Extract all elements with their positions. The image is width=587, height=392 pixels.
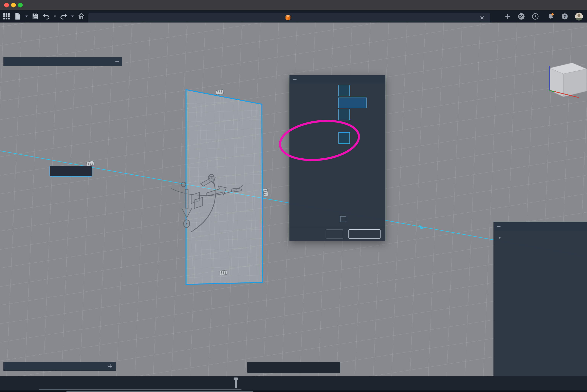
caret-dk-icon[interactable] xyxy=(25,15,28,18)
caret-dk-icon[interactable] xyxy=(54,15,56,18)
close-document-tab-icon[interactable] xyxy=(479,15,485,20)
move-type-point-to-point-button[interactable] xyxy=(377,109,386,120)
selection-button[interactable] xyxy=(338,98,366,108)
document-tab[interactable] xyxy=(88,12,490,22)
pivot-set-button[interactable] xyxy=(338,132,350,144)
palette-options-section[interactable] xyxy=(494,233,508,242)
maximize-window-button[interactable] xyxy=(18,3,23,8)
extensions-icon[interactable] xyxy=(518,12,525,20)
help-icon[interactable]: ? xyxy=(561,13,568,20)
view-cube[interactable] xyxy=(538,56,587,114)
app-grid-icon[interactable] xyxy=(3,12,10,20)
navigation-bar xyxy=(247,362,340,373)
timeline-bar xyxy=(0,376,587,392)
move-copy-dialog xyxy=(290,75,385,241)
move-object-type-button[interactable] xyxy=(338,85,350,96)
cancel-button[interactable] xyxy=(348,230,380,238)
create-copy-checkbox[interactable] xyxy=(340,216,346,222)
comments-bar[interactable] xyxy=(4,362,116,371)
move-type-free-button[interactable] xyxy=(338,109,350,120)
minimize-palette-icon[interactable] xyxy=(497,226,500,227)
fusion-document-icon xyxy=(285,14,291,21)
save-icon[interactable] xyxy=(32,12,39,20)
add-comment-icon[interactable] xyxy=(108,364,112,368)
fusion-window: ? xyxy=(0,0,587,392)
redo-icon[interactable] xyxy=(60,12,68,20)
finish-sketch-button[interactable] xyxy=(50,166,92,177)
appbar-right-icons: ? xyxy=(504,12,583,21)
close-window-button[interactable] xyxy=(4,3,9,8)
move-type-rotate-button[interactable] xyxy=(364,109,375,120)
palette-header[interactable] xyxy=(494,222,587,231)
home-icon[interactable] xyxy=(78,12,85,20)
triangle-down-icon xyxy=(498,236,502,240)
plus-icon[interactable] xyxy=(504,13,511,20)
minimize-window-button[interactable] xyxy=(11,3,16,8)
avatar-icon[interactable] xyxy=(575,12,583,20)
macos-titlebar xyxy=(0,0,587,10)
timeline-line xyxy=(39,389,242,390)
clock-icon[interactable] xyxy=(532,13,539,20)
file-icon[interactable] xyxy=(14,12,22,20)
sketch-palette xyxy=(494,222,587,392)
undo-icon[interactable] xyxy=(42,12,50,20)
dialog-footer xyxy=(290,227,385,241)
ok-button[interactable] xyxy=(326,230,343,238)
app-bar: ? xyxy=(0,10,587,22)
move-type-translate-button[interactable] xyxy=(351,109,362,120)
minimize-dialog-icon[interactable] xyxy=(293,79,296,80)
browser-panel-header[interactable] xyxy=(4,57,122,66)
timeline-scrollbar-thumb[interactable] xyxy=(66,391,254,392)
svg-text:?: ? xyxy=(563,14,566,19)
timeline-position-marker[interactable] xyxy=(235,378,237,388)
quick-access-toolbar xyxy=(3,11,85,21)
minimize-panel-icon[interactable] xyxy=(115,61,119,62)
bell-icon[interactable] xyxy=(547,12,554,20)
view-cube-right-face[interactable] xyxy=(563,69,586,97)
caret-dk-icon[interactable] xyxy=(71,15,74,18)
dialog-header[interactable] xyxy=(290,75,385,84)
